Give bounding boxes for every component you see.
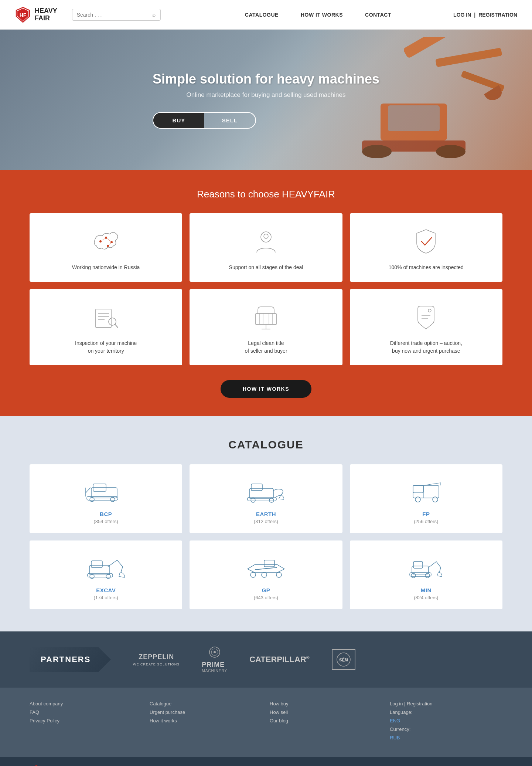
hero-subtitle: Online marketplace for buying and sellin… <box>153 91 379 99</box>
search-input[interactable] <box>77 12 152 18</box>
footer-link-urgent[interactable]: Urgent purchase <box>150 709 262 715</box>
catalogue-name-excav: EXCAV <box>96 587 116 593</box>
footer-bottom: HF HEAVY FAIR ☎ 8 800 987-65-34 ✉ info@h… <box>0 757 532 766</box>
reasons-title: Reasons to choose HEAVYFAIR <box>30 189 502 200</box>
footer-link-login[interactable]: Log in | Registration <box>390 701 502 706</box>
catalogue-offers-gp: (643 offers) <box>254 595 278 600</box>
header: HF HEAVY FAIR ⌕ CATALOGUE HOW IT WORKS C… <box>0 0 532 30</box>
how-it-works-button[interactable]: HOW IT WORKS <box>221 380 311 398</box>
main-nav: CATALOGUE HOW IT WORKS CONTACT <box>183 12 453 18</box>
buy-button[interactable]: BUY <box>153 113 204 128</box>
catalogue-name-min: MIN <box>421 587 432 593</box>
partner-zeppelin: ZEPPELIN WE CREATE SOLUTIONS <box>133 653 180 666</box>
catalogue-offers-bcp: (854 offers) <box>94 519 118 524</box>
footer-link-privacy[interactable]: Privacy Policy <box>30 718 142 723</box>
svg-point-46 <box>415 497 420 502</box>
how-it-works-btn-wrap: HOW IT WORKS <box>30 380 502 398</box>
catalogue-card-bcp[interactable]: BCP (854 offers) <box>30 464 182 533</box>
footer-language-value[interactable]: ENG <box>390 718 502 723</box>
svg-rect-45 <box>413 485 423 493</box>
svg-line-54 <box>108 560 117 567</box>
footer-link-about[interactable]: About company <box>30 701 142 706</box>
hero-section: Simple solution for heavy machines Onlin… <box>0 30 532 170</box>
partners-section: PARTNERS ZEPPELIN WE CREATE SOLUTIONS PR… <box>0 631 532 688</box>
reason-card-2: 100% of machines are inspected <box>350 213 502 282</box>
footer-currency-label: Currency: <box>390 726 502 732</box>
svg-text:SEM: SEM <box>339 658 348 662</box>
nav-contact[interactable]: CONTACT <box>354 12 402 18</box>
svg-line-67 <box>436 562 441 567</box>
login-link[interactable]: LOG IN <box>453 12 471 18</box>
partner-logos: ZEPPELIN WE CREATE SOLUTIONS PRIME MACHI… <box>133 646 502 673</box>
catalogue-offers-earth: (312 offers) <box>254 519 278 524</box>
reason-card-3: Inspection of your machine on your terri… <box>30 289 182 365</box>
reason-card-0: Working nationwide in Russia <box>30 213 182 282</box>
reason-icon-0 <box>91 227 121 256</box>
footer-link-faq[interactable]: FAQ <box>30 709 142 715</box>
logo-icon: HF <box>15 7 31 23</box>
reason-icon-1 <box>251 227 281 256</box>
auth-area[interactable]: LOG IN | REGISTRATION <box>453 12 517 18</box>
catalogue-title: CATALOGUE <box>30 438 502 451</box>
hero-content: Simple solution for heavy machines Onlin… <box>153 71 379 129</box>
nav-catalogue[interactable]: CATALOGUE <box>234 12 290 18</box>
catalogue-icon-min <box>404 552 448 581</box>
catalogue-card-gp[interactable]: GP (643 offers) <box>190 540 342 609</box>
footer-language-label: Language: <box>390 709 502 715</box>
auth-separator: | <box>474 12 475 18</box>
catalogue-icon-bcp <box>84 475 128 505</box>
sell-button[interactable]: SELL <box>204 113 255 128</box>
footer-link-catalogue[interactable]: Catalogue <box>150 701 262 706</box>
catalogue-name-gp: GP <box>262 587 270 593</box>
svg-line-66 <box>429 562 436 567</box>
reason-label-1: Support on all stages of the deal <box>229 264 303 271</box>
svg-rect-7 <box>388 105 440 131</box>
footer-language: Language:ENG <box>390 709 502 723</box>
catalogue-card-min[interactable]: MIN (824 offers) <box>350 540 502 609</box>
partner-zeppelin-sub: WE CREATE SOLUTIONS <box>133 662 180 666</box>
catalogue-card-fp[interactable]: FP (256 offers) <box>350 464 502 533</box>
svg-point-10 <box>436 145 466 158</box>
nav-how-it-works[interactable]: HOW IT WORKS <box>290 12 354 18</box>
footer-link-how-sell[interactable]: How sell <box>270 709 382 715</box>
partner-prime-sub: MACHINERY <box>202 669 227 673</box>
reason-icon-4 <box>251 302 281 332</box>
svg-point-71 <box>214 651 216 653</box>
catalogue-section: CATALOGUE BCP (854 offers) <box>0 416 532 631</box>
register-link[interactable]: REGISTRATION <box>478 12 517 18</box>
svg-line-22 <box>115 324 118 328</box>
logo-text: HEAVY FAIR <box>35 7 57 22</box>
svg-rect-57 <box>264 560 274 567</box>
svg-text:HF: HF <box>20 12 27 18</box>
svg-point-60 <box>276 572 282 577</box>
catalogue-offers-min: (824 offers) <box>414 595 438 600</box>
svg-point-15 <box>261 232 271 242</box>
catalogue-icon-excav <box>84 552 128 581</box>
svg-point-9 <box>362 145 392 158</box>
reason-label-5: Different trade option – auction, buy no… <box>390 339 462 355</box>
reasons-grid: Working nationwide in Russia Support on … <box>30 213 502 365</box>
reason-icon-5 <box>411 302 441 332</box>
footer-link-blog[interactable]: Our blog <box>270 718 382 723</box>
search-icon: ⌕ <box>152 11 156 18</box>
footer-currency-value[interactable]: RUB <box>390 735 502 740</box>
footer-link-how-works[interactable]: How it works <box>150 718 262 723</box>
catalogue-icon-gp <box>244 552 288 581</box>
catalogue-card-earth[interactable]: EARTH (312 offers) <box>190 464 342 533</box>
reason-label-3: Inspection of your machine on your terri… <box>75 339 137 355</box>
partner-sem-icon: SEM <box>336 652 351 667</box>
footer-link-how-buy[interactable]: How buy <box>270 701 382 706</box>
reason-icon-2 <box>411 227 441 256</box>
svg-point-47 <box>433 497 438 502</box>
search-area[interactable]: ⌕ <box>72 9 161 21</box>
catalogue-icon-fp <box>404 475 448 505</box>
logo-area[interactable]: HF HEAVY FAIR <box>15 7 57 23</box>
reason-card-1: Support on all stages of the deal <box>190 213 342 282</box>
reason-label-4: Legal clean title of seller and buyer <box>245 339 287 355</box>
svg-rect-25 <box>256 313 276 325</box>
reason-label-0: Working nationwide in Russia <box>72 264 140 271</box>
footer-col-4: Log in | Registration Language:ENG Curre… <box>390 701 502 743</box>
reason-icon-3 <box>91 302 121 332</box>
catalogue-card-excav[interactable]: EXCAV (174 offers) <box>30 540 182 609</box>
svg-line-56 <box>121 567 123 573</box>
